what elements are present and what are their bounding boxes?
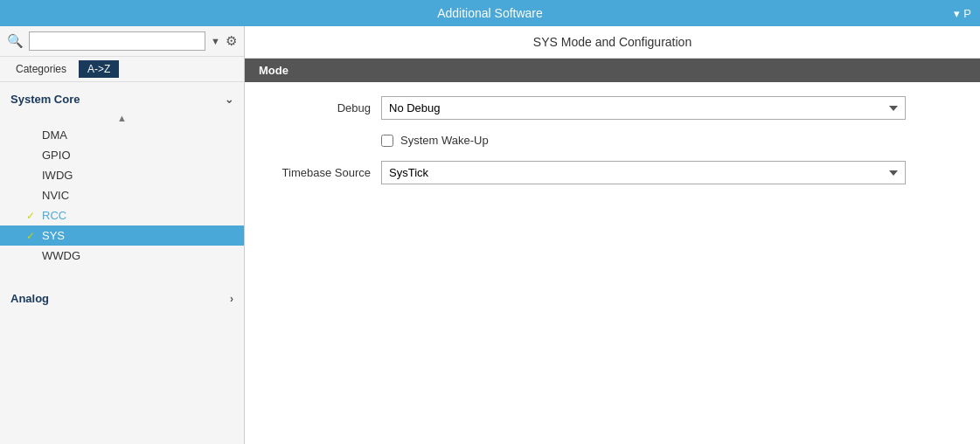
gpio-check-icon xyxy=(26,149,38,162)
sys-label: SYS xyxy=(42,229,65,242)
analog-header[interactable]: Analog › xyxy=(0,287,244,310)
search-bar: 🔍 ▼ ⚙ xyxy=(0,26,244,57)
debug-row: Debug No Debug Serial Wire JTAG (4 pins)… xyxy=(266,96,959,120)
search-dropdown-arrow[interactable]: ▼ xyxy=(211,36,220,46)
header-chevron: ▾ xyxy=(954,7,960,20)
sidebar-item-sys[interactable]: ✓ SYS xyxy=(0,225,244,246)
wakeup-label: System Wake-Up xyxy=(400,134,489,147)
main-title: SYS Mode and Configuration xyxy=(533,35,692,49)
header-right-label: P xyxy=(963,7,971,20)
system-core-label: System Core xyxy=(10,93,80,106)
sidebar-item-gpio[interactable]: GPIO xyxy=(0,145,244,165)
iwdg-label: IWDG xyxy=(42,169,73,182)
top-header: Additional Software ▾ P xyxy=(0,0,980,26)
top-header-right: ▾ P xyxy=(954,7,971,20)
sidebar-item-dma[interactable]: DMA xyxy=(0,125,244,145)
wwdg-check-icon xyxy=(26,250,38,262)
top-header-title: Additional Software xyxy=(437,6,543,20)
debug-select[interactable]: No Debug Serial Wire JTAG (4 pins) JTAG … xyxy=(381,96,906,120)
system-core-chevron: ⌄ xyxy=(225,94,233,106)
wwdg-label: WWDG xyxy=(42,249,80,262)
nvic-label: NVIC xyxy=(42,189,69,202)
wakeup-checkbox[interactable] xyxy=(381,135,393,147)
search-input[interactable] xyxy=(29,31,205,51)
sidebar-content[interactable]: System Core ⌄ ▲ DMA GPIO xyxy=(0,82,244,444)
mode-section-header: Mode xyxy=(245,59,980,82)
main-layout: 🔍 ▼ ⚙ Categories A->Z System Core ⌄ ▲ xyxy=(0,26,980,444)
timebase-select[interactable]: SysTick TIM1 TIM2 TIM3 xyxy=(381,161,906,184)
analog-label: Analog xyxy=(10,292,49,305)
sys-check-icon: ✓ xyxy=(26,230,38,242)
dma-label: DMA xyxy=(42,128,67,142)
sort-up-icon[interactable]: ▲ xyxy=(117,113,127,123)
rcc-label: RCC xyxy=(42,209,66,222)
category-group-system-core: System Core ⌄ ▲ DMA GPIO xyxy=(0,86,244,267)
analog-chevron: › xyxy=(230,293,233,305)
mode-header-label: Mode xyxy=(259,64,288,77)
gear-icon[interactable]: ⚙ xyxy=(226,33,237,49)
spacer xyxy=(0,267,244,285)
sidebar: 🔍 ▼ ⚙ Categories A->Z System Core ⌄ ▲ xyxy=(0,26,245,444)
dma-check-icon xyxy=(26,129,38,142)
category-group-analog: Analog › xyxy=(0,285,244,312)
debug-label: Debug xyxy=(266,101,371,114)
nvic-check-icon xyxy=(26,190,38,202)
iwdg-check-icon xyxy=(26,170,38,182)
search-icon: 🔍 xyxy=(7,33,24,49)
category-tabs: Categories A->Z xyxy=(0,57,244,82)
wakeup-row: System Wake-Up xyxy=(266,134,959,147)
main-title-bar: SYS Mode and Configuration xyxy=(245,26,980,59)
tab-categories[interactable]: Categories xyxy=(7,60,75,78)
config-form: Debug No Debug Serial Wire JTAG (4 pins)… xyxy=(245,82,980,198)
gpio-label: GPIO xyxy=(42,149,71,162)
system-core-header[interactable]: System Core ⌄ xyxy=(0,87,244,111)
main-content: SYS Mode and Configuration Mode Debug No… xyxy=(245,26,980,444)
sidebar-item-wwdg[interactable]: WWDG xyxy=(0,246,244,266)
tab-a-to-z[interactable]: A->Z xyxy=(79,60,119,78)
sort-arrows: ▲ xyxy=(0,111,244,125)
rcc-check-icon: ✓ xyxy=(26,210,38,222)
sidebar-item-rcc[interactable]: ✓ RCC xyxy=(0,205,244,225)
sidebar-item-nvic[interactable]: NVIC xyxy=(0,185,244,205)
sidebar-item-iwdg[interactable]: IWDG xyxy=(0,165,244,185)
timebase-label: Timebase Source xyxy=(266,166,371,179)
timebase-row: Timebase Source SysTick TIM1 TIM2 TIM3 xyxy=(266,161,959,184)
